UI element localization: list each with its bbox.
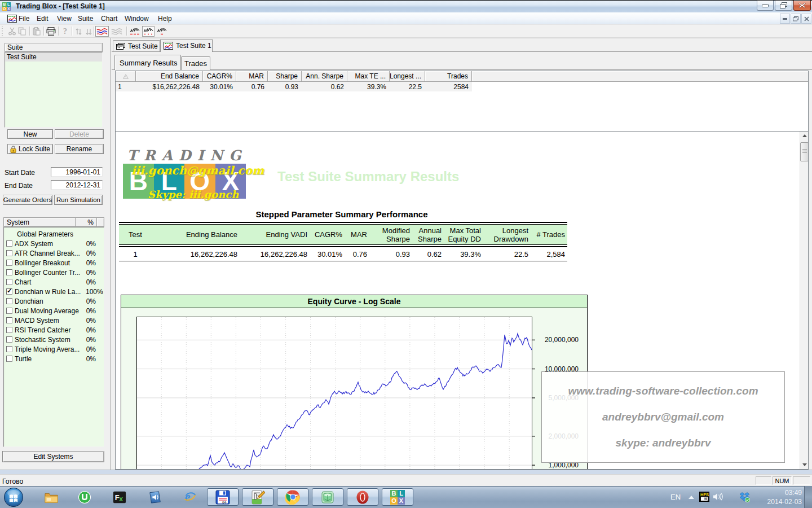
system-row[interactable]: Chart0% — [4, 277, 104, 287]
checkbox[interactable] — [6, 250, 12, 256]
column-header-ann-sharpe[interactable]: Ann. Sharpe — [302, 71, 347, 81]
menu-file[interactable]: File — [19, 15, 29, 23]
start-button[interactable] — [3, 487, 24, 507]
equity-curves-gray-icon[interactable] — [110, 26, 123, 37]
checkbox[interactable] — [6, 336, 12, 343]
scroll-up-button[interactable] — [800, 132, 809, 140]
run-simulation-button[interactable]: Run Simulation — [54, 195, 103, 205]
minimize-button[interactable] — [757, 1, 774, 11]
checkbox-checked[interactable]: ✓ — [6, 288, 12, 295]
generate-orders-button[interactable]: Generate Orders — [3, 195, 52, 205]
tray-expand-icon[interactable] — [689, 496, 694, 499]
menu-view[interactable]: View — [57, 15, 72, 23]
checkbox[interactable] — [6, 298, 12, 304]
column-header-trades[interactable]: Trades — [425, 71, 472, 81]
close-button[interactable] — [793, 1, 811, 11]
menu-suite[interactable]: Suite — [78, 15, 93, 23]
suite-list-item[interactable]: Test Suite — [5, 52, 102, 62]
help-icon[interactable]: ? — [60, 26, 70, 37]
sort-column-header[interactable] — [116, 71, 136, 81]
fx-taskbar-icon[interactable]: Fx — [113, 491, 126, 504]
task-button-editor[interactable] — [242, 488, 273, 506]
ie-taskbar-icon[interactable]: e — [183, 491, 197, 504]
system-row[interactable]: Donchian0% — [4, 296, 104, 306]
menu-window[interactable]: Window — [125, 15, 149, 23]
system-row-global[interactable]: Global Parameters — [4, 229, 104, 239]
task-button-opera[interactable] — [347, 488, 378, 506]
system-list[interactable]: Global Parameters ADX System0% ATR Chann… — [3, 227, 104, 447]
vertical-scrollbar[interactable] — [800, 132, 808, 469]
checkbox[interactable] — [6, 327, 12, 333]
system-row[interactable]: RSI Trend Catcher0% — [4, 325, 104, 335]
tray-clock[interactable]: 03:49 2014-02-03 — [751, 488, 802, 506]
tab-summary-results[interactable]: Summary Results — [114, 55, 181, 70]
sort-descending-icon[interactable] — [83, 26, 94, 37]
show-desktop-button[interactable] — [804, 486, 812, 508]
system-row-checked[interactable]: ✓Donchian w Rule La...100% — [4, 287, 104, 296]
system-row[interactable]: Triple Moving Avera...0% — [4, 344, 104, 354]
delete-button[interactable]: Delete — [55, 129, 104, 139]
column-header-mar[interactable]: MAR — [236, 71, 268, 81]
column-header-max-te[interactable]: Max TE ... — [347, 71, 390, 81]
volume-taskbar-icon[interactable] — [148, 491, 162, 504]
column-header-end-balance[interactable]: End Balance — [136, 71, 203, 81]
print-icon[interactable] — [46, 26, 56, 37]
explorer-taskbar-icon[interactable] — [45, 491, 58, 504]
mdi-close-button[interactable] — [801, 14, 811, 24]
checkbox[interactable] — [6, 269, 12, 275]
system-row[interactable]: Bollinger Breakout0% — [4, 258, 104, 268]
tab-trades[interactable]: Trades — [181, 56, 210, 70]
scroll-down-button[interactable] — [800, 461, 809, 469]
tray-dropbox-icon[interactable] — [739, 492, 750, 504]
trade-chart-icon-1[interactable] — [129, 26, 141, 37]
system-row[interactable]: Bollinger Counter Tr...0% — [4, 268, 104, 277]
new-button[interactable]: New — [7, 129, 53, 139]
menu-edit[interactable]: Edit — [37, 15, 48, 23]
equity-curves-icon[interactable] — [95, 26, 109, 37]
mdi-minimize-button[interactable] — [780, 14, 790, 24]
trade-chart-icon-3[interactable] — [156, 26, 168, 37]
column-header-longest[interactable]: Longest ... — [390, 71, 425, 81]
rename-button[interactable]: Rename — [55, 144, 104, 154]
column-header-cagr[interactable]: CAGR% — [203, 71, 236, 81]
checkbox[interactable] — [6, 317, 12, 323]
trade-chart-icon-2[interactable] — [142, 26, 155, 37]
tray-volume-icon[interactable] — [713, 492, 723, 503]
cut-icon[interactable] — [7, 26, 17, 37]
checkbox[interactable] — [6, 279, 12, 285]
suite-list[interactable]: Test Suite — [5, 52, 103, 128]
restore-button[interactable] — [775, 1, 792, 11]
checkbox[interactable] — [6, 240, 12, 247]
column-header-sharpe[interactable]: Sharpe — [268, 71, 302, 81]
system-row[interactable]: MACD System0% — [4, 316, 104, 325]
tab-test-suite[interactable]: Test Suite — [113, 40, 160, 51]
checkbox[interactable] — [6, 308, 12, 314]
system-row[interactable]: ATR Channel Break...0% — [4, 248, 104, 258]
task-button-floppy[interactable]: 64· — [207, 488, 239, 506]
tray-language-indicator[interactable]: EN — [670, 493, 681, 501]
utorrent-taskbar-icon[interactable] — [78, 491, 91, 504]
menu-chart[interactable]: Chart — [101, 15, 117, 23]
end-date-field[interactable]: 2012-12-31 — [51, 180, 103, 190]
task-button-cube[interactable] — [312, 488, 343, 506]
tab-test-suite-1[interactable]: Test Suite 1 — [160, 39, 213, 52]
tray-hfs-icon[interactable]: HFS0 — [699, 492, 709, 503]
checkbox[interactable] — [6, 346, 12, 352]
mdi-restore-button[interactable] — [791, 14, 801, 24]
copy-icon[interactable] — [17, 26, 28, 37]
system-row[interactable]: Stochastic System0% — [4, 335, 104, 344]
system-row[interactable]: Dual Moving Average0% — [4, 306, 104, 316]
paste-icon[interactable] — [32, 26, 42, 37]
checkbox[interactable] — [6, 356, 12, 362]
lock-suite-button[interactable]: Lock Suite — [7, 144, 53, 154]
system-row[interactable]: ADX System0% — [4, 239, 104, 248]
start-date-field[interactable]: 1996-01-01 — [51, 167, 103, 177]
task-button-chrome[interactable] — [277, 488, 308, 506]
system-row[interactable]: Turtle0% — [4, 354, 104, 364]
task-button-tradingblox[interactable]: BLOX — [382, 488, 413, 506]
edit-systems-button[interactable]: Edit Systems — [2, 451, 104, 462]
sort-ascending-icon[interactable] — [73, 26, 84, 37]
menu-help[interactable]: Help — [158, 15, 172, 23]
scrollbar-thumb[interactable] — [800, 142, 809, 161]
summary-grid-row[interactable]: 1 $16,262,226.48 30.01% 0.76 0.93 0.62 3… — [116, 82, 808, 91]
